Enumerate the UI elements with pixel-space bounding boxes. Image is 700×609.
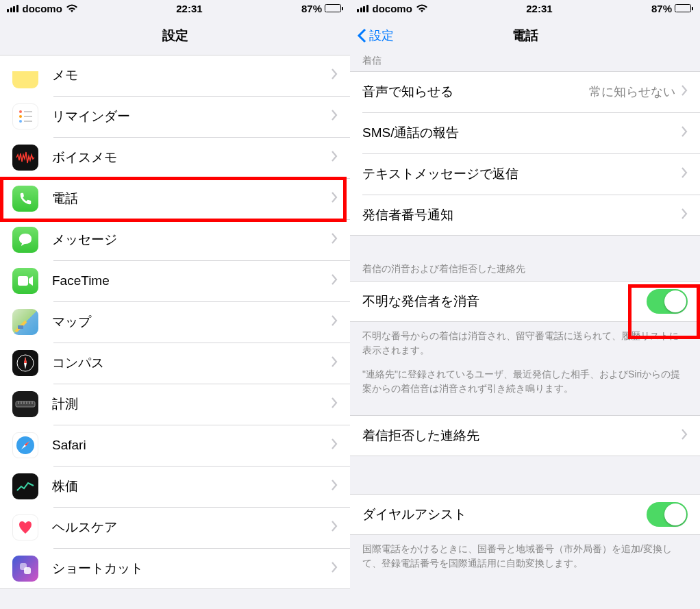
shortcuts-icon	[12, 556, 38, 582]
chevron-right-icon	[331, 397, 338, 411]
svg-point-2	[19, 120, 22, 123]
row-reminders[interactable]: リマインダー	[0, 96, 350, 137]
chevron-right-icon	[331, 315, 338, 329]
svg-rect-18	[24, 567, 31, 574]
back-button[interactable]: 設定	[357, 27, 394, 44]
row-label: 株価	[52, 477, 331, 495]
battery-icon	[325, 4, 343, 12]
row-label: テキストメッセージで返信	[362, 165, 681, 183]
row-label: 着信拒否した連絡先	[362, 427, 681, 445]
reminders-icon	[12, 103, 38, 129]
row-label: 計測	[52, 395, 331, 413]
chevron-right-icon	[331, 562, 338, 575]
row-shortcuts[interactable]: ショートカット	[0, 548, 350, 589]
battery-pct: 87%	[301, 3, 322, 14]
row-announce-calls[interactable]: 音声で知らせる 常に知らせない	[350, 71, 700, 112]
dial-assist-toggle[interactable]	[647, 502, 688, 527]
row-label: マップ	[52, 313, 331, 331]
row-health[interactable]: ヘルスケア	[0, 507, 350, 548]
chevron-right-icon	[331, 480, 338, 493]
back-label: 設定	[369, 27, 394, 44]
status-time: 22:31	[77, 3, 301, 14]
safari-icon	[12, 432, 38, 458]
row-label: ダイヤルアシスト	[362, 506, 647, 523]
row-silence-unknown[interactable]: 不明な発信者を消音	[350, 281, 700, 322]
row-label: SMS/通話の報告	[362, 124, 681, 142]
svg-rect-5	[24, 121, 32, 122]
measure-icon	[12, 391, 38, 417]
carrier-label: docomo	[23, 3, 62, 14]
svg-rect-3	[24, 111, 32, 112]
row-safari[interactable]: Safari	[0, 425, 350, 466]
section-header-silence: 着信の消音および着信拒否した連絡先	[350, 236, 700, 281]
svg-point-0	[19, 110, 22, 113]
row-messages[interactable]: メッセージ	[0, 219, 350, 260]
row-notes[interactable]: メモ	[0, 55, 350, 96]
nav-bar: 設定 電話	[350, 16, 700, 55]
row-blocked-contacts[interactable]: 着信拒否した連絡先	[350, 415, 700, 456]
row-label: メッセージ	[52, 231, 331, 249]
silence-footer-2: "連絡先"に登録されているユーザ、最近発信した相手、およびSiriからの提案から…	[350, 364, 700, 403]
row-label: ヘルスケア	[52, 519, 331, 536]
chevron-left-icon	[357, 28, 366, 43]
row-label: FaceTime	[52, 273, 331, 288]
silence-unknown-toggle[interactable]	[647, 289, 688, 314]
row-sms-call-report[interactable]: SMS/通話の報告	[350, 112, 700, 153]
row-phone[interactable]: 電話	[0, 178, 350, 219]
row-stocks[interactable]: 株価	[0, 466, 350, 507]
status-bar: docomo 22:31 87%	[0, 0, 350, 16]
carrier-label: docomo	[373, 3, 412, 14]
row-label: 発信者番号通知	[362, 206, 681, 224]
chevron-right-icon	[331, 521, 338, 534]
row-compass[interactable]: コンパス	[0, 343, 350, 384]
chevron-right-icon	[331, 69, 338, 82]
row-reply-with-message[interactable]: テキストメッセージで返信	[350, 153, 700, 195]
nav-bar: 設定	[0, 16, 350, 55]
row-detail: 常に知らせない	[589, 84, 675, 100]
page-title: 電話	[512, 27, 538, 45]
row-caller-id[interactable]: 発信者番号通知	[350, 195, 700, 236]
row-label: コンパス	[52, 354, 331, 372]
row-measure[interactable]: 計測	[0, 384, 350, 425]
silence-footer-1: 不明な番号からの着信は消音され、留守番電話に送られて、履歴リストに表示されます。	[350, 322, 700, 364]
compass-icon	[12, 350, 38, 376]
chevron-right-icon	[681, 85, 688, 99]
row-maps[interactable]: マップ	[0, 301, 350, 343]
row-label: ショートカット	[52, 560, 331, 577]
row-dial-assist[interactable]: ダイヤルアシスト	[350, 494, 700, 535]
row-label: ボイスメモ	[52, 149, 331, 166]
maps-icon	[12, 309, 38, 335]
row-facetime[interactable]: FaceTime	[0, 260, 350, 301]
row-label: リマインダー	[52, 108, 331, 125]
status-time: 22:31	[427, 3, 651, 14]
phone-settings-screen: docomo 22:31 87% 設定 電話 着信 音声で知らせる 常に知らせな…	[350, 0, 700, 609]
chevron-right-icon	[331, 274, 338, 288]
stocks-icon	[12, 473, 38, 499]
row-label: Safari	[52, 438, 331, 453]
row-label: 不明な発信者を消音	[362, 293, 647, 310]
messages-icon	[12, 227, 38, 253]
row-label: 電話	[52, 190, 331, 208]
row-label: 音声で知らせる	[362, 83, 589, 101]
chevron-right-icon	[331, 192, 338, 206]
chevron-right-icon	[331, 438, 338, 452]
chevron-right-icon	[681, 167, 688, 181]
svg-rect-4	[24, 116, 32, 117]
phone-icon	[12, 186, 38, 212]
chevron-right-icon	[681, 208, 688, 222]
chevron-right-icon	[331, 151, 338, 164]
settings-screen: docomo 22:31 87% 設定 メモ リマインダー ボイスメ	[0, 0, 350, 609]
health-icon	[12, 514, 38, 540]
notes-icon	[12, 62, 38, 88]
wifi-icon	[416, 4, 427, 12]
svg-rect-7	[18, 325, 23, 329]
row-label: メモ	[52, 66, 331, 84]
voicememo-icon	[12, 145, 38, 171]
svg-rect-6	[18, 276, 28, 286]
row-voicememo[interactable]: ボイスメモ	[0, 137, 350, 178]
facetime-icon	[12, 268, 38, 294]
svg-point-1	[19, 115, 22, 118]
status-bar: docomo 22:31 87%	[350, 0, 700, 16]
page-title: 設定	[162, 27, 188, 45]
wifi-icon	[66, 4, 77, 12]
